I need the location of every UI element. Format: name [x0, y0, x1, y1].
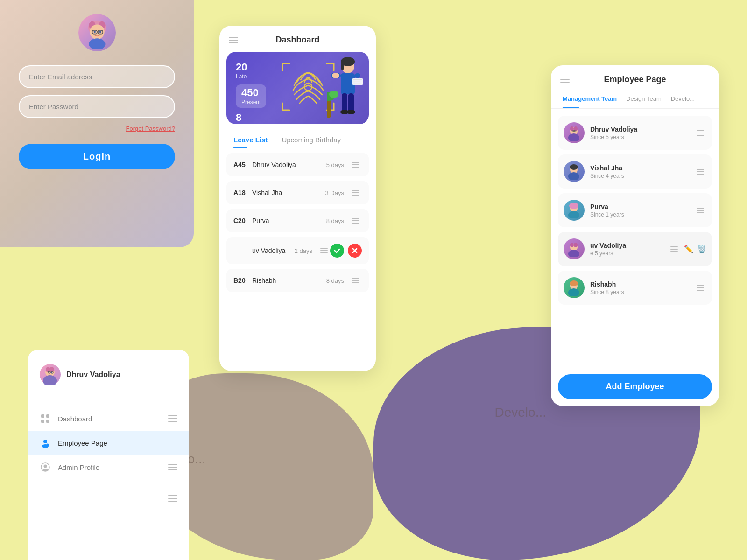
sidebar-item-extra[interactable] — [28, 489, 189, 508]
emp-since-vishal: Since 4 years — [590, 173, 694, 179]
svg-point-55 — [568, 172, 579, 180]
emp-name-purva: Purva — [590, 203, 694, 210]
tab-leave-list[interactable]: Leave List — [226, 131, 275, 148]
login-avatar — [78, 14, 116, 51]
emp-tab-management[interactable]: Management Team — [558, 91, 621, 106]
svg-point-60 — [570, 243, 574, 247]
stat-present-value: 450 — [241, 87, 261, 99]
emp-menu-dhruv2[interactable] — [668, 244, 680, 254]
emp-menu-purva[interactable] — [694, 205, 706, 216]
svg-rect-37 — [348, 93, 354, 112]
sidebar-hamburger-2 — [168, 464, 177, 470]
edit-button-dhruv2[interactable]: ✏️ — [684, 245, 693, 253]
sidebar-item-employee-page[interactable]: Employee Page — [28, 431, 189, 455]
delete-button-dhruv2[interactable]: 🗑️ — [697, 245, 706, 253]
emp-menu-dhruv[interactable] — [694, 128, 706, 138]
svg-point-50 — [568, 133, 579, 141]
emp-tab-develo[interactable]: Develo... — [666, 91, 699, 106]
leave-menu-vadoliya[interactable] — [318, 245, 330, 256]
emp-since-purva: Since 1 years — [590, 211, 694, 218]
svg-rect-31 — [341, 61, 344, 70]
svg-point-65 — [568, 288, 579, 296]
leave-menu-b20[interactable] — [350, 275, 362, 286]
leave-actions-vadoliya — [330, 244, 362, 258]
develo-label-2: Develo... — [495, 405, 547, 420]
leave-name-c20: Purva — [252, 217, 326, 224]
dashboard-header: Dashboard — [219, 26, 376, 52]
sidebar-item-admin-profile[interactable]: Admin Profile — [28, 455, 189, 479]
employee-item-purva: Purva Since 1 years — [558, 193, 712, 227]
reject-button-vadoliya[interactable] — [348, 244, 362, 258]
svg-rect-20 — [41, 420, 44, 423]
emp-info-rishabh: Rishabh Since 8 years — [590, 280, 694, 295]
emp-avatar-purva — [564, 200, 585, 221]
tab-upcoming-birthday[interactable]: Upcoming Birthday — [275, 131, 348, 148]
leave-days-c20: 8 days — [326, 217, 344, 224]
leave-days-a45: 5 days — [326, 161, 344, 168]
sidebar-dashboard-label: Dashboard — [58, 415, 92, 423]
sidebar-item-dashboard[interactable]: Dashboard — [28, 406, 189, 431]
employee-item-vishal: Vishal Jha Since 4 years — [558, 154, 712, 189]
stat-absent-label: Absent — [236, 124, 266, 124]
approve-button-vadoliya[interactable] — [330, 244, 344, 258]
leave-item-vadoliya: uv Vadoliya 2 days — [226, 237, 369, 264]
svg-rect-36 — [342, 93, 347, 112]
leave-name-a45: Dhruv Vadoliya — [252, 161, 326, 168]
stats-numbers: 20 Late 450 Present 8 Absent — [236, 61, 266, 124]
leave-name-a18: Vishal Jha — [252, 189, 325, 196]
svg-point-24 — [47, 444, 49, 446]
stat-late-value: 20 — [236, 61, 266, 73]
svg-rect-44 — [353, 79, 362, 80]
login-panel: Forgot Password? Login — [0, 0, 194, 247]
emp-menu-rishabh[interactable] — [694, 283, 706, 293]
dashboard-hamburger[interactable] — [229, 37, 238, 43]
leave-name-b20: Rishabh — [252, 277, 326, 284]
emp-name-dhruv: Dhruv Vadoliya — [590, 126, 694, 133]
employee-list: Dhruv Vadoliya Since 5 years Vishal Jha … — [551, 109, 719, 367]
dashboard-title: Dashboard — [275, 35, 319, 45]
emp-menu-vishal[interactable] — [694, 167, 706, 177]
svg-rect-21 — [46, 420, 49, 423]
leave-menu-a18[interactable] — [350, 188, 362, 198]
svg-point-26 — [44, 465, 47, 468]
dashboard-icon — [40, 413, 51, 424]
email-input[interactable] — [19, 65, 175, 88]
svg-point-27 — [43, 469, 48, 471]
svg-point-22 — [43, 440, 47, 443]
emp-info-dhruv: Dhruv Vadoliya Since 5 years — [590, 126, 694, 140]
svg-point-11 — [43, 375, 57, 385]
svg-point-35 — [332, 73, 339, 78]
dashboard-figure — [327, 57, 364, 124]
stat-present-label: Present — [241, 99, 261, 105]
emp-since-dhruv: Since 5 years — [590, 134, 694, 140]
add-employee-button[interactable]: Add Employee — [558, 374, 712, 399]
stat-late-label: Late — [236, 73, 266, 80]
svg-rect-45 — [353, 81, 360, 82]
stats-card: 20 Late 450 Present 8 Absent — [226, 52, 369, 124]
emp-avatar-vishal — [564, 161, 585, 182]
password-input[interactable] — [19, 95, 175, 118]
leave-days-a18: 3 Days — [325, 189, 344, 196]
emp-info-vishal: Vishal Jha Since 4 years — [590, 164, 694, 179]
svg-point-57 — [569, 203, 578, 209]
forgot-password-link[interactable]: Forgot Password? — [126, 125, 176, 132]
svg-rect-40 — [327, 99, 331, 118]
svg-point-61 — [574, 243, 578, 247]
employee-panel: Employee Page Management Team Design Tea… — [551, 65, 719, 406]
leave-item-b20: B20 Rishabh 8 days — [226, 269, 369, 292]
emp-info-dhruv2: uv Vadoliya e 5 years — [590, 242, 668, 257]
employee-item-rishabh: Rishabh Since 8 years — [558, 271, 712, 305]
svg-rect-19 — [46, 414, 49, 418]
leave-id-c20: C20 — [233, 217, 252, 224]
leave-menu-a45[interactable] — [350, 160, 362, 170]
emp-name-vishal: Vishal Jha — [590, 164, 694, 172]
emp-avatar-dhruv — [564, 122, 585, 143]
login-button[interactable]: Login — [19, 144, 175, 169]
leave-id-a45: A45 — [233, 161, 252, 168]
leave-item-a45: A45 Dhruv Vadoliya 5 days — [226, 153, 369, 176]
leave-menu-c20[interactable] — [350, 216, 362, 226]
emp-tab-design[interactable]: Design Team — [621, 91, 666, 106]
sidebar-employee-label: Employee Page — [58, 439, 107, 447]
employee-hamburger[interactable] — [560, 77, 570, 83]
employee-item-dhruv2: uv Vadoliya e 5 years ✏️ 🗑️ — [558, 232, 712, 266]
